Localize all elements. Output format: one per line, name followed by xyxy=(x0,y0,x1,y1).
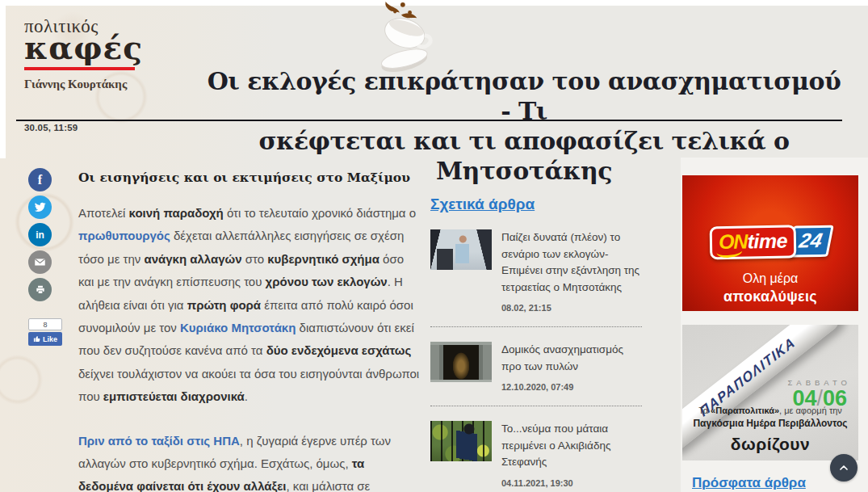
coffee-cup-icon xyxy=(355,0,442,74)
article-link[interactable]: πρωθυπουργός xyxy=(78,229,170,242)
ontime24-logo-on: ON xyxy=(719,229,748,254)
article-text: κοινή παραδοχή xyxy=(129,206,224,220)
email-share-button[interactable] xyxy=(28,250,52,274)
article-lead: Οι εισηγήσεις και οι εκτιμήσεις στο Μαξί… xyxy=(78,170,642,185)
social-share-column: fin 8 Like xyxy=(28,168,64,346)
thumbs-up-icon xyxy=(33,335,40,343)
related-title[interactable]: Το...νεύμα που μάταια περιμένει ο Αλκιβι… xyxy=(501,421,642,471)
like-button[interactable]: Like xyxy=(28,332,62,346)
ontime24-logo-time: time xyxy=(747,229,787,254)
twitter-icon xyxy=(34,201,46,213)
linkedin-icon: in xyxy=(36,229,44,241)
facebook-icon: f xyxy=(38,173,42,187)
ontime24-logo-redbox: ON time xyxy=(710,225,797,259)
email-icon xyxy=(34,256,46,268)
related-separator xyxy=(430,406,642,406)
article-link[interactable]: Πριν από το ταξίδι στις ΗΠΑ xyxy=(78,434,240,448)
scroll-to-top-button[interactable] xyxy=(830,454,858,481)
sidebar: ON time 24 Ολη μέρα αποκαλύψεις ΠΑΡΑΠΟΛΙ… xyxy=(681,158,868,492)
facebook-share-button[interactable]: f xyxy=(28,168,52,191)
related-date: 12.10.2020, 07:49 xyxy=(501,382,642,392)
article-text: . xyxy=(245,389,248,403)
article-text: πρώτη φορά xyxy=(187,298,261,312)
related-articles-heading[interactable]: Σχετικά άρθρα xyxy=(430,196,535,213)
related-article-item[interactable]: Το...νεύμα που μάταια περιμένει ο Αλκιβι… xyxy=(430,421,642,488)
article-text: εμπιστεύεται διαχρονικά xyxy=(103,389,245,403)
related-thumbnail[interactable] xyxy=(430,229,492,270)
article-text: δύο ενδεχόμενα εσχάτως xyxy=(266,343,412,357)
article-text: ανάγκη αλλαγών xyxy=(144,252,241,266)
article-text: ότι το τελευταίο χρονικό διάστημα ο xyxy=(224,206,416,220)
related-article-item[interactable]: Δομικός ανασχηματισμός προ των πυλών12.1… xyxy=(430,342,642,392)
parapolitika-text: Τα «Παραπολιτικά», με αφορμή την Παγκόσμ… xyxy=(682,406,858,454)
chevron-up-icon xyxy=(837,461,850,474)
recent-articles-heading[interactable]: Πρόσφατα άρθρα xyxy=(692,475,806,491)
related-title[interactable]: Δομικός ανασχηματισμός προ των πυλών xyxy=(501,342,642,375)
related-articles: Σχετικά άρθρα Παίζει δυνατά (πλέον) το σ… xyxy=(430,196,642,488)
article-link[interactable]: Κυριάκο Μητσοτάκη xyxy=(180,321,296,334)
related-separator xyxy=(430,326,642,327)
like-label: Like xyxy=(43,335,57,343)
ontime24-logo: ON time 24 xyxy=(710,225,831,260)
twitter-share-button[interactable] xyxy=(28,196,52,219)
like-count: 8 xyxy=(28,318,62,330)
related-title[interactable]: Παίζει δυνατά (πλέον) το σενάριο των εκλ… xyxy=(501,229,642,296)
ontime24-ad-banner[interactable]: ON time 24 Ολη μέρα αποκαλύψεις xyxy=(682,175,858,311)
article-date: 30.05, 11:59 xyxy=(24,123,78,132)
logo-red-underline xyxy=(24,67,135,70)
parapolitika-ad-banner[interactable]: ΠΑΡΑΠΟΛΙΤΙΚΑ ΣΑΒΒΑΤΟ 04/06 Τα «Παραπολιτ… xyxy=(682,325,858,460)
article-text: Αποτελεί xyxy=(78,206,129,220)
facebook-like-widget: 8 Like xyxy=(28,318,62,346)
related-date: 08.02, 21:15 xyxy=(501,303,642,313)
ontime24-tagline-1: Ολη μέρα xyxy=(743,271,799,286)
related-thumbnail[interactable] xyxy=(430,342,492,382)
article-text: κυβερνητικό σχήμα xyxy=(267,252,379,266)
article-text: χρόνου των εκλογών xyxy=(266,275,388,288)
print-share-button[interactable] xyxy=(28,278,52,301)
print-icon xyxy=(35,284,46,296)
linkedin-share-button[interactable]: in xyxy=(28,223,52,246)
article-body: Σχετικά άρθρα Παίζει δυνατά (πλέον) το σ… xyxy=(78,163,642,492)
related-date: 04.11.2021, 19:30 xyxy=(501,478,642,488)
site-logo[interactable]: πολιτικός καφές Γιάννης Κουρτάκης xyxy=(24,16,143,91)
page-frame-left xyxy=(0,0,6,158)
article-text: στο xyxy=(242,252,268,266)
related-article-item[interactable]: Παίζει δυνατά (πλέον) το σενάριο των εκλ… xyxy=(430,229,642,313)
related-thumbnail[interactable] xyxy=(430,421,492,461)
related-list: Παίζει δυνατά (πλέον) το σενάριο των εκλ… xyxy=(430,229,642,488)
author-name: Γιάννης Κουρτάκης xyxy=(24,78,143,91)
ontime24-tagline-2: αποκαλύψεις xyxy=(723,288,817,305)
logo-word-kafes: καφές xyxy=(24,32,143,64)
